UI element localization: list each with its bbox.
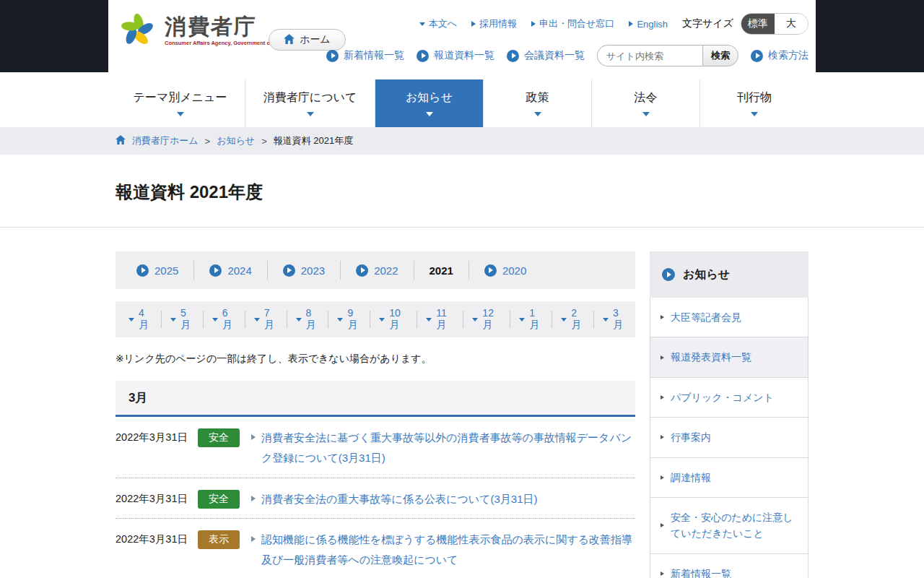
- month-link-9[interactable]: 9月: [328, 311, 370, 328]
- content: 2025 2024 2023 2022 2021 2020: [116, 251, 808, 578]
- circle-arrow-icon: [507, 50, 519, 62]
- home-icon: [116, 135, 126, 147]
- month-label: 11月: [436, 307, 454, 332]
- sidebar-item-safety-caution[interactable]: 安全・安心のために注意していただきたいこと: [650, 497, 808, 553]
- chevron-down-icon: [426, 318, 432, 322]
- chevron-right-icon: [661, 523, 664, 527]
- sidebar-item-label: 調達情報: [671, 470, 711, 486]
- utility-link-label: 採用情報: [479, 17, 517, 30]
- quick-links-row: 新着情報一覧 報道資料一覧 会議資料一覧 検索 検索方法: [326, 45, 808, 66]
- chevron-down-icon: [307, 112, 314, 116]
- font-size-large-button[interactable]: 大: [775, 14, 808, 34]
- meeting-materials-list-link[interactable]: 会議資料一覧: [507, 49, 585, 62]
- sidebar-item-press-release-list[interactable]: 報道発表資料一覧: [650, 337, 808, 376]
- circle-arrow-icon: [136, 264, 149, 277]
- new-info-list-link[interactable]: 新着情報一覧: [326, 49, 404, 62]
- nav-item-label: お知らせ: [406, 90, 453, 105]
- nav-theme-menu[interactable]: テーマ別メニュー: [116, 79, 245, 127]
- nav-laws[interactable]: 法令: [592, 79, 700, 127]
- skip-to-content-link[interactable]: 本文へ: [419, 17, 457, 30]
- month-label: 12月: [482, 307, 501, 332]
- month-link-5[interactable]: 5月: [162, 311, 204, 328]
- sidebar: お知らせ 大臣等記者会見 報道発表資料一覧 パブリック・コメント 行事案内 調達…: [650, 251, 808, 578]
- sidebar-item-label: 報道発表資料一覧: [671, 349, 751, 365]
- chevron-right-icon: [661, 395, 664, 400]
- news-link[interactable]: 消費者安全法に基づく重大事故等以外の消費者事故等の事故情報データバンク登録につい…: [261, 428, 635, 468]
- utility-link-label: 本文へ: [429, 17, 457, 30]
- year-tab-2024[interactable]: 2024: [194, 261, 267, 280]
- breadcrumb-current: 報道資料 2021年度: [274, 134, 354, 147]
- nav-item-label: 消費者庁について: [263, 90, 357, 105]
- month-link-12[interactable]: 12月: [463, 311, 510, 328]
- category-badge: 安全: [198, 428, 240, 447]
- sidebar-item-procurement[interactable]: 調達情報: [650, 457, 808, 497]
- year-tab-2022[interactable]: 2022: [341, 261, 414, 280]
- circle-arrow-icon: [417, 50, 429, 62]
- news-link[interactable]: 消費者安全法の重大事故等に係る公表について(3月31日): [261, 489, 635, 509]
- breadcrumb-band: 消費者庁ホーム > お知らせ > 報道資料 2021年度: [0, 127, 924, 155]
- chevron-down-icon: [254, 318, 260, 322]
- utility-link-label: 申出・問合せ窓口: [539, 17, 614, 30]
- sidebar-item-label: 安全・安心のために注意していただきたいこと: [671, 509, 801, 542]
- chevron-right-icon: [661, 475, 664, 480]
- nav-item-label: 政策: [526, 90, 549, 105]
- chevron-right-icon: [531, 21, 536, 27]
- month-link-3[interactable]: 3月: [594, 311, 635, 328]
- agency-logo[interactable]: 消費者庁 Consumer Affairs Agency, Government…: [117, 9, 289, 52]
- global-nav-band: テーマ別メニュー 消費者庁について お知らせ 政策 法令 刊行物: [0, 72, 924, 127]
- sidebar-item-public-comment[interactable]: パブリック・コメント: [650, 377, 808, 417]
- month-label: 9月: [347, 307, 361, 332]
- year-label: 2024: [227, 264, 251, 277]
- month-link-6[interactable]: 6月: [204, 311, 245, 328]
- year-tab-2025[interactable]: 2025: [121, 261, 194, 280]
- month-link-8[interactable]: 8月: [287, 311, 329, 328]
- month-label: 2月: [571, 307, 585, 332]
- month-link-11[interactable]: 11月: [417, 311, 463, 328]
- year-label-current: 2021: [430, 264, 453, 277]
- year-tab-2023[interactable]: 2023: [268, 261, 341, 280]
- sidebar-item-press-conference[interactable]: 大臣等記者会見: [650, 298, 808, 337]
- font-size-toggle: 標準 大: [741, 13, 808, 35]
- chevron-down-icon: [472, 318, 478, 322]
- search-help-link[interactable]: 検索方法: [751, 49, 808, 62]
- news-link[interactable]: 認知機能に係る機能性を標ぼうする機能性表示食品の表示に関する改善指導及び一般消費…: [261, 530, 635, 570]
- global-nav: テーマ別メニュー 消費者庁について お知らせ 政策 法令 刊行物: [116, 79, 808, 127]
- month-link-10[interactable]: 10月: [370, 311, 417, 328]
- category-badge: 表示: [198, 530, 240, 549]
- nav-news[interactable]: お知らせ: [375, 79, 484, 127]
- search-input[interactable]: [597, 45, 702, 66]
- recruit-link[interactable]: 採用情報: [471, 17, 517, 30]
- month-link-1[interactable]: 1月: [510, 311, 552, 328]
- month-link-7[interactable]: 7月: [245, 311, 287, 328]
- breadcrumb-news-link[interactable]: お知らせ: [217, 134, 255, 147]
- chevron-down-icon: [519, 318, 525, 322]
- sidebar-item-new-info-list[interactable]: 新着情報一覧: [650, 553, 808, 578]
- press-materials-list-link[interactable]: 報道資料一覧: [417, 49, 494, 62]
- disclaimer-note: ※リンク先のページの一部は終了し、表示できない場合があります。: [116, 353, 635, 366]
- nav-policy[interactable]: 政策: [484, 79, 592, 127]
- chevron-right-icon: [661, 355, 664, 360]
- sidebar-heading-label: お知らせ: [683, 267, 730, 282]
- year-label: 2023: [301, 264, 325, 277]
- home-icon: [284, 34, 295, 46]
- chevron-down-icon: [642, 112, 650, 116]
- month-label: 10月: [389, 307, 408, 332]
- year-tab-2020[interactable]: 2020: [469, 261, 541, 280]
- circle-arrow-icon: [356, 264, 368, 277]
- font-size-standard-button[interactable]: 標準: [741, 14, 775, 34]
- month-label: 6月: [222, 307, 236, 332]
- year-label: 2025: [154, 264, 178, 277]
- nav-publications[interactable]: 刊行物: [700, 79, 808, 127]
- breadcrumb-home-link[interactable]: 消費者庁ホーム: [132, 134, 199, 147]
- page-title-section: 報道資料 2021年度: [116, 155, 808, 204]
- nav-item-label: 刊行物: [737, 90, 772, 105]
- month-link-4[interactable]: 4月: [120, 311, 162, 328]
- nav-about-agency[interactable]: 消費者庁について: [245, 79, 375, 127]
- english-link[interactable]: English: [629, 19, 668, 30]
- nav-item-label: テーマ別メニュー: [134, 90, 227, 105]
- search-button[interactable]: 検索: [702, 45, 738, 66]
- month-link-2[interactable]: 2月: [552, 311, 594, 328]
- sidebar-item-label: パブリック・コメント: [671, 389, 774, 405]
- sidebar-item-events[interactable]: 行事案内: [650, 417, 808, 457]
- inquiry-link[interactable]: 申出・問合せ窓口: [531, 17, 614, 30]
